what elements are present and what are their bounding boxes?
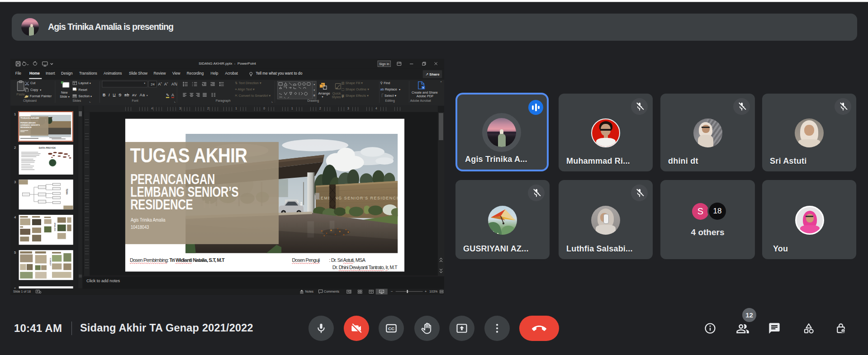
svg-text:KONSEP: KONSEP — [49, 258, 52, 265]
svg-text:CC: CC — [388, 326, 394, 331]
svg-text:RESIDENCE: RESIDENCE — [20, 126, 32, 128]
svg-text:TEMA: TEMA — [66, 189, 68, 195]
svg-text:TUGAS AKHIR: TUGAS AKHIR — [20, 117, 39, 119]
svg-text:DATA PROYEK: DATA PROYEK — [39, 147, 56, 149]
svg-text:ANALISIS: ANALISIS — [54, 222, 56, 231]
